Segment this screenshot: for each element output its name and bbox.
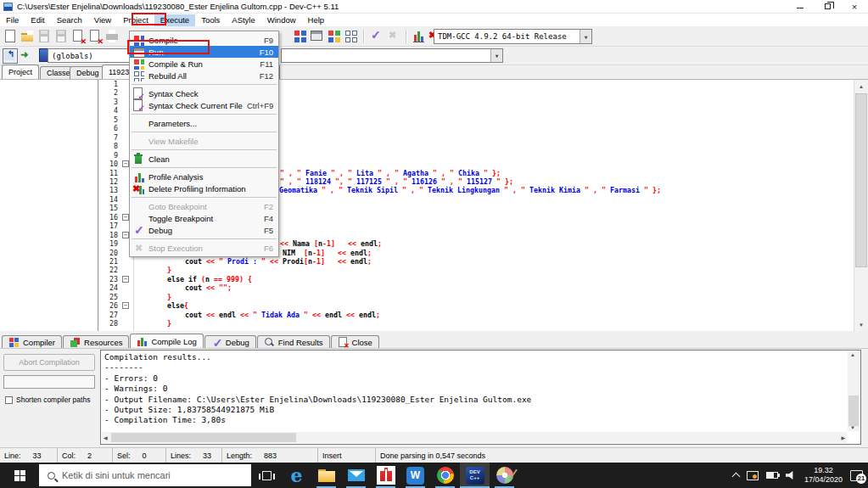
scroll-left-arrow[interactable]: ◀ bbox=[104, 435, 108, 440]
execute-menu-stop-execution[interactable]: Stop ExecutionF6 bbox=[130, 242, 278, 254]
menu-tools[interactable]: Tools bbox=[195, 14, 226, 26]
close-all-icon[interactable] bbox=[87, 29, 103, 44]
fold-toggle[interactable]: − bbox=[122, 302, 129, 309]
rebuild-icon[interactable] bbox=[344, 29, 359, 44]
shorten-paths-checkbox[interactable] bbox=[5, 396, 13, 404]
report-tab-compiler[interactable]: Compiler bbox=[2, 335, 62, 348]
menu-help[interactable]: Help bbox=[302, 14, 331, 26]
menu-view[interactable]: View bbox=[88, 14, 117, 26]
taskbar-app-mail[interactable] bbox=[341, 463, 371, 488]
taskbar-app-explorer[interactable] bbox=[311, 463, 341, 488]
fold-toggle[interactable]: − bbox=[122, 160, 129, 167]
fold-toggle[interactable]: − bbox=[122, 232, 129, 238]
execute-menu-syntax-check-current-file[interactable]: Syntax Check Current FileCtrl+F9 bbox=[130, 99, 278, 111]
report-tab-resources[interactable]: Resources bbox=[63, 335, 129, 348]
line-number: 20 bbox=[99, 249, 121, 257]
taskbar-app-chrome[interactable] bbox=[430, 463, 460, 488]
notification-icon[interactable]: 21 bbox=[850, 470, 863, 481]
close-button[interactable]: × bbox=[841, 0, 868, 14]
menu-search[interactable]: Search bbox=[51, 14, 88, 26]
compile-icon[interactable] bbox=[293, 29, 308, 44]
scroll-down-arrow[interactable]: ▼ bbox=[850, 425, 855, 430]
taskbar-app-paint[interactable] bbox=[490, 463, 519, 488]
taskbar-app-gift[interactable] bbox=[371, 463, 400, 488]
execute-menu-profile-analysis[interactable]: Profile Analysis bbox=[130, 171, 278, 182]
profile-icon[interactable] bbox=[412, 29, 427, 44]
panel-tab-project[interactable]: Project bbox=[2, 65, 39, 79]
print-icon[interactable] bbox=[104, 29, 120, 44]
menu-edit[interactable]: Edit bbox=[25, 14, 50, 26]
tray-display-icon[interactable] bbox=[747, 471, 759, 480]
line-number: 6 bbox=[99, 124, 121, 132]
battery-icon[interactable] bbox=[766, 472, 778, 479]
taskbar-app-edge[interactable]: e bbox=[282, 463, 311, 488]
execute-menu-delete-profiling-information[interactable]: Delete Profiling Information bbox=[130, 182, 278, 194]
minimize-button[interactable] bbox=[787, 0, 814, 14]
search-icon bbox=[48, 472, 55, 480]
execute-menu-clean[interactable]: Clean bbox=[130, 153, 278, 165]
report-tab-compile-log[interactable]: Compile Log bbox=[130, 334, 203, 348]
open-file-icon[interactable] bbox=[20, 29, 35, 44]
members-select[interactable]: ▼ bbox=[281, 48, 503, 63]
taskbar-app-devcpp[interactable]: DEVC++ bbox=[460, 463, 490, 488]
debug-check-icon[interactable] bbox=[369, 29, 384, 44]
task-view-button[interactable] bbox=[251, 463, 282, 488]
execute-menu-view-makefile[interactable]: View Makefile bbox=[130, 135, 278, 147]
project-browser-panel[interactable] bbox=[0, 80, 98, 331]
compiler-select[interactable]: TDM-GCC 4.9.2 64-bit Release ▼ bbox=[434, 29, 592, 44]
compile-run-icon[interactable] bbox=[327, 29, 342, 44]
run-icon[interactable] bbox=[310, 29, 325, 44]
nav-back-icon[interactable] bbox=[3, 48, 18, 64]
taskbar-app-wps[interactable]: W bbox=[400, 463, 430, 488]
abort-compilation-button[interactable]: Abort Compilation bbox=[3, 354, 95, 371]
execute-menu-rebuild-all[interactable]: Rebuild AllF12 bbox=[130, 70, 278, 81]
close-file-icon[interactable] bbox=[70, 29, 86, 44]
execute-menu-goto-breakpoint[interactable]: Goto BreakpointF2 bbox=[130, 200, 278, 212]
line-number: 7 bbox=[99, 133, 121, 142]
scrollbar-thumb[interactable] bbox=[848, 395, 859, 426]
clock-date: 17/04/2020 bbox=[804, 475, 843, 485]
scrollbar-thumb[interactable] bbox=[855, 93, 867, 267]
log-horizontal-scrollbar[interactable]: ◀ ▶ bbox=[102, 432, 847, 443]
restore-button[interactable] bbox=[814, 0, 841, 14]
fold-toggle[interactable]: − bbox=[122, 276, 129, 283]
menu-astyle[interactable]: AStyle bbox=[226, 14, 260, 26]
line-number: 21 bbox=[99, 257, 121, 266]
log-vertical-scrollbar[interactable]: ▲ ▼ bbox=[848, 351, 860, 431]
members-select-arrow[interactable]: ▼ bbox=[490, 49, 502, 62]
taskbar-clock[interactable]: 19.32 17/04/2020 bbox=[804, 466, 843, 485]
find-results-icon bbox=[264, 337, 275, 348]
save-all-icon[interactable] bbox=[53, 29, 69, 44]
execute-dropdown-menu: CompileF9RunF10Compile & RunF11Rebuild A… bbox=[129, 31, 279, 257]
execute-menu-debug[interactable]: DebugF5 bbox=[130, 224, 278, 236]
menu-window[interactable]: Window bbox=[261, 14, 302, 26]
scrollbar-thumb[interactable] bbox=[111, 433, 296, 442]
compile-log-icon bbox=[137, 336, 148, 347]
editor-vertical-scrollbar[interactable]: ▲ ▼ bbox=[854, 80, 868, 331]
nav-forward-icon[interactable] bbox=[20, 48, 35, 64]
scroll-right-arrow[interactable]: ▶ bbox=[841, 435, 845, 440]
execute-menu-compile-run[interactable]: Compile & RunF11 bbox=[130, 58, 278, 70]
execute-menu-toggle-breakpoint[interactable]: Toggle BreakpointF4 bbox=[130, 212, 278, 224]
scroll-up-arrow[interactable]: ▲ bbox=[854, 80, 868, 93]
compile-log-output[interactable]: Compilation results...--------- Errors: … bbox=[100, 350, 861, 445]
fold-toggle[interactable]: − bbox=[122, 214, 129, 221]
report-tab-debug[interactable]: Debug bbox=[204, 335, 256, 348]
compiler-select-arrow[interactable]: ▼ bbox=[580, 30, 591, 43]
scroll-up-arrow[interactable]: ▲ bbox=[850, 352, 855, 357]
tray-chevron-icon[interactable] bbox=[732, 473, 741, 481]
execute-menu-parameters[interactable]: Parameters... bbox=[130, 117, 278, 129]
speaker-icon[interactable] bbox=[786, 471, 797, 480]
start-button[interactable] bbox=[0, 463, 39, 488]
menu-item-shortcut: F11 bbox=[260, 59, 273, 69]
scroll-down-arrow[interactable]: ▼ bbox=[854, 318, 868, 331]
taskbar-search-input[interactable]: Ketik di sini untuk mencari bbox=[39, 464, 251, 486]
report-tab-find-results[interactable]: Find Results bbox=[257, 335, 330, 348]
menu-file[interactable]: File bbox=[0, 14, 25, 26]
report-tab-close[interactable]: Close bbox=[331, 335, 379, 348]
panel-tab-debug[interactable]: Debug bbox=[70, 66, 106, 79]
new-file-icon[interactable] bbox=[3, 29, 18, 44]
save-icon[interactable] bbox=[36, 29, 52, 44]
stop-icon[interactable] bbox=[386, 29, 401, 44]
execute-menu-syntax-check[interactable]: Syntax Check bbox=[130, 87, 278, 99]
